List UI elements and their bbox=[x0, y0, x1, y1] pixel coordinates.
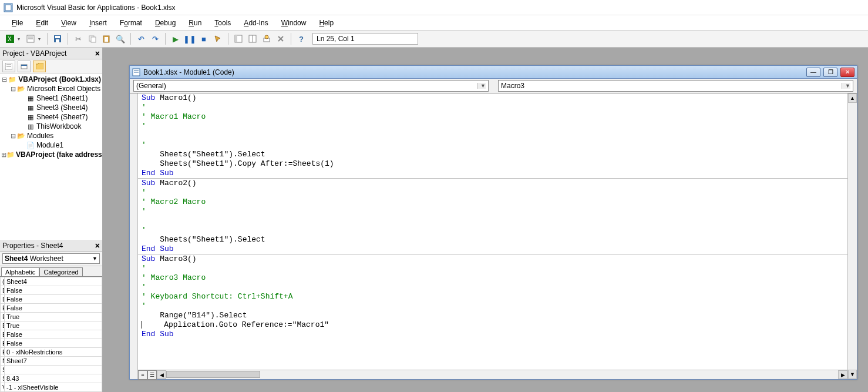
project-tree[interactable]: ⊟📁VBAProject (Book1.xlsx) ⊟📂Microsoft Ex… bbox=[0, 73, 102, 240]
property-row[interactable]: EnableOutliningFalse bbox=[1, 330, 102, 339]
code-editor[interactable]: Sub Macro1() ' ' Macro1 Macro ' ' Sheets… bbox=[138, 93, 847, 370]
menu-help[interactable]: Help bbox=[313, 17, 339, 29]
object-browser-icon[interactable] bbox=[260, 32, 273, 45]
insert-module-dropdown[interactable]: ▾ bbox=[38, 36, 43, 42]
full-module-view-icon[interactable]: ☰ bbox=[147, 370, 157, 380]
hscroll-thumb[interactable] bbox=[166, 371, 260, 378]
property-value[interactable]: Sheet7 bbox=[5, 357, 102, 366]
reset-icon[interactable]: ■ bbox=[197, 32, 210, 45]
menu-file[interactable]: File bbox=[6, 17, 29, 29]
properties-panel-close-icon[interactable]: × bbox=[95, 241, 100, 250]
menu-format[interactable]: Format bbox=[114, 17, 148, 29]
properties-grid[interactable]: (Name)Sheet4DisplayPageBreaksFalseDispla… bbox=[0, 277, 102, 392]
tree-this-workbook[interactable]: ThisWorkbook bbox=[36, 122, 81, 130]
text-cursor bbox=[142, 321, 142, 329]
code-text[interactable]: Sub Macro3() ' ' Macro3 Macro ' ' Keyboa… bbox=[138, 254, 847, 339]
undo-icon[interactable]: ↶ bbox=[134, 32, 147, 45]
property-value[interactable]: False bbox=[5, 295, 102, 304]
property-value[interactable]: True bbox=[5, 313, 102, 321]
module-icon: 📄 bbox=[26, 141, 35, 149]
help-icon[interactable]: ? bbox=[295, 32, 308, 45]
design-mode-icon[interactable] bbox=[211, 32, 224, 45]
view-code-icon[interactable] bbox=[2, 61, 15, 72]
property-value[interactable]: 0 - xlNoRestrictions bbox=[5, 348, 102, 357]
property-row[interactable]: EnableAutoFilterFalse bbox=[1, 304, 102, 313]
scroll-left-icon[interactable]: ◀ bbox=[157, 370, 166, 379]
property-row[interactable]: EnableSelection0 - xlNoRestrictions bbox=[1, 348, 102, 357]
tree-excel-objects[interactable]: Microsoft Excel Objects bbox=[27, 85, 100, 93]
menu-window[interactable]: Window bbox=[275, 17, 312, 29]
menu-run[interactable]: Run bbox=[183, 17, 207, 29]
property-row[interactable]: (Name)Sheet4 bbox=[1, 277, 102, 286]
tree-vbaproject-1[interactable]: VBAProject (Book1.xlsx) bbox=[18, 75, 101, 83]
procedure-combo[interactable]: Macro3 ▼ bbox=[498, 80, 853, 92]
property-row[interactable]: EnableFormatConditionsCalculationTrue bbox=[1, 321, 102, 330]
save-icon[interactable] bbox=[51, 32, 64, 45]
code-text[interactable]: Sub Macro1() ' ' Macro1 Macro ' ' Sheets… bbox=[138, 93, 847, 178]
scroll-down-icon[interactable]: ▼ bbox=[848, 370, 857, 379]
property-value[interactable]: 8.43 bbox=[5, 374, 102, 383]
redo-icon[interactable]: ↷ bbox=[149, 32, 162, 45]
properties-window-icon[interactable] bbox=[246, 32, 259, 45]
property-row[interactable]: Visible-1 - xlSheetVisible bbox=[1, 383, 102, 392]
view-excel-icon[interactable]: X bbox=[4, 32, 16, 45]
project-panel-close-icon[interactable]: × bbox=[95, 49, 100, 58]
cut-icon[interactable]: ✂ bbox=[72, 32, 85, 45]
menu-view[interactable]: View bbox=[55, 17, 82, 29]
toolbox-icon[interactable] bbox=[274, 32, 287, 45]
tab-alphabetic[interactable]: Alphabetic bbox=[1, 267, 39, 276]
minimize-button[interactable]: — bbox=[806, 68, 820, 77]
property-value[interactable]: -1 - xlSheetVisible bbox=[5, 383, 102, 392]
menu-tools[interactable]: Tools bbox=[208, 17, 237, 29]
menu-addins[interactable]: Add-Ins bbox=[238, 17, 274, 29]
copy-icon[interactable] bbox=[86, 32, 99, 45]
property-value[interactable]: False bbox=[5, 304, 102, 313]
property-value[interactable]: False bbox=[5, 286, 102, 295]
property-row[interactable]: StandardWidth8.43 bbox=[1, 374, 102, 383]
horizontal-scrollbar[interactable]: ≡ ☰ ◀ ▶ bbox=[138, 370, 847, 379]
property-value[interactable]: True bbox=[5, 321, 102, 330]
property-row[interactable]: ScrollArea bbox=[1, 366, 102, 374]
property-value[interactable]: False bbox=[5, 330, 102, 339]
tree-sheet[interactable]: Sheet3 (Sheet4) bbox=[36, 103, 88, 112]
menu-edit[interactable]: Edit bbox=[30, 17, 54, 29]
property-row[interactable]: DisplayRightToLeftFalse bbox=[1, 295, 102, 304]
properties-object-select[interactable]: Sheet4 Worksheet ▼ bbox=[2, 253, 100, 264]
scroll-right-icon[interactable]: ▶ bbox=[838, 370, 847, 379]
tree-sheet[interactable]: Sheet1 (Sheet1) bbox=[36, 94, 88, 102]
properties-object-select-row: Sheet4 Worksheet ▼ bbox=[0, 252, 102, 266]
code-margin[interactable] bbox=[130, 93, 138, 379]
insert-module-icon[interactable] bbox=[24, 32, 37, 45]
vertical-scrollbar[interactable]: ▲ ▼ bbox=[847, 93, 857, 379]
menu-debug[interactable]: Debug bbox=[149, 17, 181, 29]
run-icon[interactable]: ▶ bbox=[169, 32, 182, 45]
procedure-view-icon[interactable]: ≡ bbox=[138, 370, 147, 380]
break-icon[interactable]: ❚❚ bbox=[183, 32, 196, 45]
view-excel-dropdown[interactable]: ▾ bbox=[18, 36, 23, 42]
menu-insert[interactable]: Insert bbox=[83, 17, 113, 29]
view-object-icon[interactable] bbox=[18, 61, 31, 72]
property-row[interactable]: NameSheet7 bbox=[1, 357, 102, 366]
code-window-titlebar[interactable]: Book1.xlsx - Module1 (Code) — ❐ ✕ bbox=[130, 66, 857, 79]
property-name: StandardWidth bbox=[1, 374, 5, 383]
property-value[interactable] bbox=[5, 366, 102, 374]
property-row[interactable]: DisplayPageBreaksFalse bbox=[1, 286, 102, 295]
tree-modules[interactable]: Modules bbox=[27, 132, 53, 140]
property-value[interactable]: False bbox=[5, 339, 102, 348]
find-icon[interactable]: 🔍 bbox=[114, 32, 127, 45]
paste-icon[interactable] bbox=[100, 32, 113, 45]
object-combo[interactable]: (General) ▼ bbox=[133, 80, 489, 92]
tree-vbaproject-2[interactable]: VBAProject (fake address bbox=[16, 150, 102, 159]
tab-categorized[interactable]: Categorized bbox=[39, 267, 82, 276]
code-text[interactable]: Sub Macro2() ' ' Macro2 Macro ' ' Sheets… bbox=[138, 179, 847, 254]
toggle-folders-icon[interactable] bbox=[33, 61, 46, 72]
property-value[interactable]: Sheet4 bbox=[5, 277, 102, 286]
maximize-button[interactable]: ❐ bbox=[823, 68, 837, 77]
close-button[interactable]: ✕ bbox=[840, 68, 854, 77]
property-row[interactable]: EnableCalculationTrue bbox=[1, 313, 102, 321]
tree-sheet[interactable]: Sheet4 (Sheet7) bbox=[36, 113, 88, 121]
project-explorer-icon[interactable] bbox=[232, 32, 245, 45]
property-row[interactable]: EnablePivotTableFalse bbox=[1, 339, 102, 348]
tree-module1[interactable]: Module1 bbox=[36, 141, 63, 149]
scroll-up-icon[interactable]: ▲ bbox=[848, 93, 857, 103]
